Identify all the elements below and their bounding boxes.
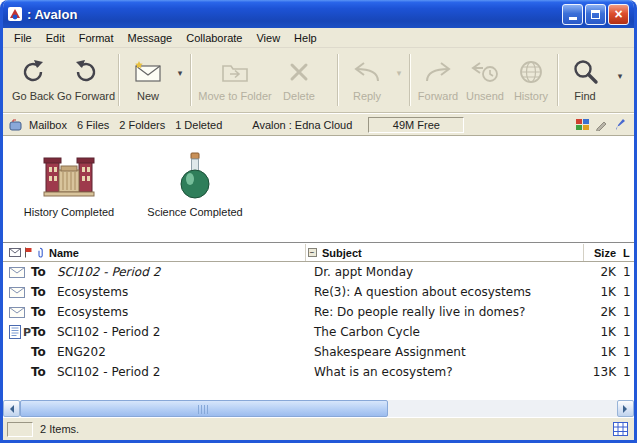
menu-file[interactable]: File [7, 30, 39, 46]
menu-edit[interactable]: Edit [39, 30, 72, 46]
unsend-button[interactable]: Unsend [462, 51, 508, 102]
mailbox-icon [9, 119, 24, 131]
toolbar: Go Back Go Forward New ▾ Move to Folder [3, 48, 634, 113]
go-back-label: Go Back [12, 90, 54, 102]
go-back-button[interactable]: Go Back [9, 51, 57, 102]
envelope-icon [9, 307, 25, 318]
message-row[interactable]: P To SCI102 - Period 2 The Carbon Cycle … [3, 322, 634, 342]
menu-message[interactable]: Message [121, 30, 180, 46]
history-completed-item[interactable]: History Completed [19, 148, 119, 218]
row-last: 1 [618, 305, 634, 319]
app-window: : Avalon × File Edit Format Message Coll… [0, 0, 637, 443]
row-last: 1 [618, 345, 634, 359]
header-size[interactable]: Size [584, 247, 618, 259]
science-completed-item[interactable]: Science Completed [145, 148, 245, 218]
menu-format[interactable]: Format [72, 30, 121, 46]
menu-collaborate[interactable]: Collaborate [179, 30, 249, 46]
go-forward-button[interactable]: Go Forward [57, 51, 115, 102]
free-space-indicator: 49M Free [368, 117, 464, 133]
maximize-button[interactable] [585, 4, 606, 25]
message-row[interactable]: To SCI102 - Period 2 Dr. appt Monday 2K … [3, 262, 634, 282]
row-to-label: To [31, 305, 57, 319]
split-view-icon[interactable] [576, 119, 590, 131]
reply-dropdown-arrow[interactable]: ▾ [392, 68, 406, 78]
minimize-button[interactable] [562, 4, 583, 25]
header-name-label: Name [49, 247, 79, 259]
header-name[interactable]: Name [47, 244, 306, 261]
list-header: Name − Subject Size L [3, 244, 634, 262]
move-to-folder-button[interactable]: Move to Folder [195, 51, 275, 102]
forward-icon [423, 53, 453, 90]
account-label: Avalon : Edna Cloud [252, 119, 352, 131]
row-size: 1K [584, 325, 618, 339]
message-row[interactable]: To Ecosystems Re(3): A question about ec… [3, 282, 634, 302]
files-count: 6 Files [77, 119, 109, 131]
reply-button[interactable]: Reply [342, 51, 392, 102]
toolbar-overflow-arrow[interactable]: ▾ [612, 71, 628, 81]
envelope-icon [9, 287, 25, 298]
envelope-column-icon [9, 248, 21, 257]
science-completed-label: Science Completed [145, 206, 245, 218]
header-subject[interactable]: Subject [318, 244, 584, 261]
maximize-icon [591, 10, 600, 19]
row-name: SCI102 - Period 2 [57, 365, 310, 379]
delete-icon [288, 53, 310, 90]
brush-icon[interactable] [613, 118, 626, 131]
title-bar: : Avalon × [3, 0, 634, 28]
row-to-label: To [31, 365, 57, 379]
header-last[interactable]: L [618, 247, 634, 259]
menu-help[interactable]: Help [287, 30, 324, 46]
scroll-right-button[interactable] [617, 400, 634, 417]
row-name: SCI102 - Period 2 [57, 265, 310, 279]
folders-count: 2 Folders [119, 119, 165, 131]
row-size: 2K [584, 305, 618, 319]
scrollbar-thumb[interactable] [20, 400, 388, 417]
delete-label: Delete [283, 90, 315, 102]
pencil-icon[interactable] [595, 118, 608, 131]
flag-column-icon [24, 247, 33, 258]
grid-view-icon[interactable] [613, 422, 628, 436]
row-last: 1 [618, 365, 634, 379]
right-arrow-icon [623, 405, 631, 413]
header-icon-columns[interactable] [3, 244, 47, 261]
find-icon [571, 53, 599, 90]
status-bar: 2 Items. [3, 417, 634, 440]
find-button[interactable]: Find [562, 51, 608, 102]
forward-button[interactable]: Forward [414, 51, 462, 102]
horizontal-scrollbar[interactable] [3, 400, 634, 417]
subject-collapse-control[interactable]: − [306, 248, 318, 257]
row-size: 1K [584, 285, 618, 299]
history-button[interactable]: History [508, 51, 554, 102]
row-to-label: To [31, 285, 57, 299]
message-list: To SCI102 - Period 2 Dr. appt Monday 2K … [3, 262, 634, 382]
row-size: 1K [584, 345, 618, 359]
row-subject: Dr. appt Monday [310, 265, 584, 279]
scrollbar-track[interactable] [20, 400, 617, 417]
new-button[interactable]: New [123, 51, 173, 102]
row-to-label: To [31, 325, 57, 339]
unsend-label: Unsend [466, 90, 504, 102]
toolbar-separator [557, 54, 559, 106]
message-row[interactable]: To SCI102 - Period 2 What is an ecosyste… [3, 362, 634, 382]
message-row[interactable]: To ENG202 Shakespeare Assignment 1K 1 [3, 342, 634, 362]
go-forward-icon [72, 53, 100, 90]
row-name: SCI102 - Period 2 [57, 325, 310, 339]
message-row[interactable]: To Ecosystems Re: Do people really live … [3, 302, 634, 322]
history-label: History [514, 90, 548, 102]
toolbar-separator [190, 54, 192, 106]
header-subject-label: Subject [322, 247, 362, 259]
status-cell [7, 422, 33, 437]
row-subject: Shakespeare Assignment [310, 345, 584, 359]
envelope-icon [9, 267, 25, 278]
delete-button[interactable]: Delete [275, 51, 323, 102]
history-completed-label: History Completed [19, 206, 119, 218]
new-message-icon [133, 53, 163, 90]
folder-name-label: Mailbox [29, 119, 67, 131]
minimize-icon [569, 17, 577, 20]
collapse-box-icon[interactable]: − [308, 248, 317, 257]
scroll-left-button[interactable] [3, 400, 20, 417]
close-button[interactable]: × [608, 4, 629, 25]
new-dropdown-arrow[interactable]: ▾ [173, 68, 187, 78]
row-last: 1 [618, 285, 634, 299]
menu-view[interactable]: View [249, 30, 287, 46]
